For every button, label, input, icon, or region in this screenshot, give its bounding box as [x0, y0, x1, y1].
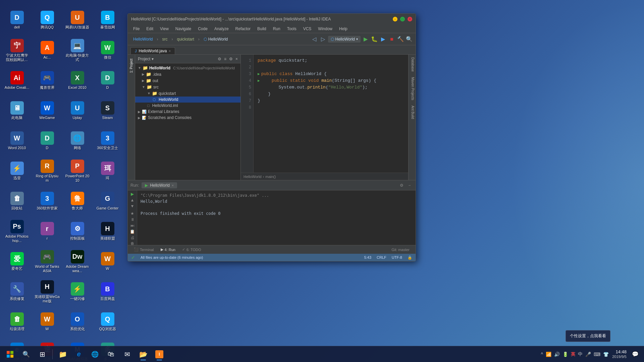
- edge-button[interactable]: e: [71, 348, 86, 361]
- icon-game-center[interactable]: G Game Center: [93, 187, 122, 216]
- line-num-3[interactable]: 3: [249, 71, 251, 77]
- icon-w2[interactable]: W W: [33, 308, 61, 336]
- back-nav-button[interactable]: ◁: [311, 36, 318, 43]
- icon-sys-repair[interactable]: 🔧 系统修复: [3, 278, 31, 306]
- tree-idea[interactable]: ▶ 📁 .idea: [135, 71, 240, 77]
- tree-helloworld-iml[interactable]: □ HelloWorld.iml: [135, 103, 240, 109]
- maximize-button[interactable]: □: [400, 17, 405, 21]
- search-button[interactable]: 🔍: [406, 36, 413, 43]
- icon-d-shortcut[interactable]: D D: [93, 66, 122, 95]
- line-num-4[interactable]: 4: [249, 77, 251, 84]
- icon-sys-optimize[interactable]: O 系统优化: [63, 308, 92, 336]
- menu-help[interactable]: Help: [336, 26, 350, 32]
- file-mgr-button[interactable]: 📂: [136, 348, 151, 361]
- icon-control-panel[interactable]: ⚙ 控制面板: [63, 217, 92, 246]
- panel-sort-icon[interactable]: ≡: [224, 57, 226, 61]
- menu-analyze[interactable]: Analyze: [212, 26, 231, 32]
- icon-tencent-qq[interactable]: Q 腾讯QQ: [33, 6, 61, 35]
- icon-this-pc[interactable]: 💻 此电脑·快捷方式: [63, 36, 92, 65]
- event-log-link[interactable]: Git: master: [388, 247, 413, 252]
- icon-magic-world[interactable]: 🎮 魔兽世界: [33, 66, 61, 95]
- icon-blizzard[interactable]: B 暴雪战网: [93, 6, 122, 35]
- menu-navigate[interactable]: Navigate: [173, 26, 194, 32]
- taskbar-clock[interactable]: 14:48 2019/9/5: [612, 349, 627, 359]
- icon-recycle[interactable]: 🗑 回收站: [3, 187, 31, 216]
- panel-close-icon[interactable]: ×: [235, 57, 238, 61]
- toolbar-breadcrumb-3[interactable]: quickstart: [174, 36, 197, 42]
- icon-ring-of-elysium[interactable]: R Ring of Elysium: [33, 157, 61, 185]
- statusbar-line-col[interactable]: 5:43: [364, 255, 371, 259]
- icon-wechat[interactable]: W 微信: [93, 36, 122, 65]
- line-num-7[interactable]: 7: [249, 98, 251, 104]
- code-content[interactable]: package quickstart; ▶ public class Hello…: [254, 55, 408, 173]
- icon-360-mgr[interactable]: 3 360软件管家: [33, 187, 61, 216]
- icon-baidu-pan[interactable]: B 百度网盘: [93, 278, 122, 306]
- minimize-button[interactable]: −: [393, 17, 397, 21]
- ime-cn-icon[interactable]: 中: [577, 351, 583, 358]
- settings-button[interactable]: ⚙: [398, 182, 405, 189]
- re-run-button[interactable]: ▶: [129, 192, 136, 196]
- mic-tray-icon[interactable]: 🎤: [585, 351, 592, 358]
- start-button[interactable]: [3, 348, 17, 361]
- icon-d2[interactable]: D D: [33, 127, 61, 155]
- dump-button[interactable]: 📋: [129, 229, 136, 234]
- menu-view[interactable]: View: [157, 26, 171, 32]
- favorites-button[interactable]: ★: [129, 211, 136, 216]
- icon-network[interactable]: 🌐 网络: [63, 127, 92, 155]
- statusbar-crlf[interactable]: CRLF: [377, 255, 386, 259]
- clear-button[interactable]: 🗑: [129, 241, 136, 245]
- icon-360-safe[interactable]: 3 360安全卫士: [93, 127, 122, 155]
- icon-adobe-cc[interactable]: Ai Adobe Creati...: [3, 66, 31, 95]
- icon-excel-2010[interactable]: X Excel 2010: [63, 66, 92, 95]
- toolbar-breadcrumb-1[interactable]: HelloWorld: [130, 36, 155, 42]
- icon-lusida[interactable]: 鲁 鲁大师: [63, 187, 92, 216]
- database-tab[interactable]: Database: [409, 55, 416, 74]
- tree-scratches[interactable]: ▶ 📝 Scratches and Consoles: [135, 115, 240, 121]
- step-button[interactable]: ⏭: [129, 223, 136, 228]
- terminal-tab[interactable]: ⬛ Terminal: [130, 247, 157, 252]
- battery-tray-icon[interactable]: 🔋: [562, 351, 569, 358]
- icon-this-pc2[interactable]: 🖥 此电脑: [3, 97, 31, 125]
- menu-file[interactable]: File: [130, 26, 142, 32]
- todo-tab[interactable]: ✓ 6: TODO: [179, 247, 205, 252]
- icon-hero-league[interactable]: H 英雄联盟: [93, 217, 122, 246]
- tree-quickstart[interactable]: ▼ 📁 quickstart: [135, 90, 240, 97]
- line-num-5[interactable]: 5: [249, 84, 251, 91]
- tree-out[interactable]: ▶ 📁 out: [135, 77, 240, 84]
- ant-tab[interactable]: Ant Build: [409, 103, 416, 122]
- menu-run[interactable]: Run: [270, 26, 283, 32]
- toolbar-breadcrumb-2[interactable]: src: [159, 36, 170, 42]
- icon-iqiyi[interactable]: 爱 爱奇艺: [3, 247, 31, 276]
- maven-tab[interactable]: Maven Projects: [409, 74, 416, 103]
- icon-uplay[interactable]: U Uplay: [63, 97, 92, 125]
- icon-ppt-2010[interactable]: P PowerPoint 2010: [63, 157, 92, 185]
- print-button[interactable]: 🖨: [129, 235, 136, 240]
- menu-window[interactable]: Window: [315, 26, 335, 32]
- run-status-tab[interactable]: ▶ 4: Run: [157, 247, 179, 252]
- menu-build[interactable]: Build: [255, 26, 269, 32]
- line-num-1[interactable]: 1: [249, 57, 251, 64]
- editor-tab-helloworld[interactable]: J HelloWorld.java ×: [130, 47, 175, 54]
- pause-button[interactable]: ⏸: [129, 217, 136, 222]
- run-tab-close[interactable]: ×: [172, 183, 174, 187]
- chrome-button[interactable]: 🌐: [88, 348, 102, 361]
- volume-tray-icon[interactable]: 🔊: [553, 351, 560, 358]
- scroll-up-button[interactable]: ▲: [129, 198, 136, 202]
- line-num-6[interactable]: 6: [249, 91, 251, 98]
- tree-src[interactable]: ▼ 📁 src: [135, 84, 240, 90]
- icon-r-shortcut[interactable]: 珥 珥: [93, 157, 122, 185]
- icon-ningda[interactable]: 宁 宁波大红鹰学院校园网认...: [3, 36, 31, 65]
- icon-w-shortcut[interactable]: W W: [93, 247, 122, 276]
- statusbar-encoding[interactable]: UTF-8: [392, 255, 402, 259]
- mail-button[interactable]: ✉: [120, 348, 135, 361]
- icon-xunlei[interactable]: ⚡ 迅雷: [3, 157, 31, 185]
- icon-qq-browser[interactable]: Q QQ浏览器: [93, 308, 122, 336]
- minimize-panel-button[interactable]: −: [406, 182, 413, 189]
- coverage-button[interactable]: ▶: [379, 36, 387, 43]
- line-num-8[interactable]: 8: [249, 104, 251, 111]
- forward-nav-button[interactable]: ▷: [319, 36, 327, 43]
- menu-refactor[interactable]: Refactor: [233, 26, 253, 32]
- line-num-2[interactable]: 2: [249, 64, 251, 71]
- idea-taskbar-button[interactable]: I: [152, 348, 167, 361]
- icon-world-tanks-asia[interactable]: 🎮 World of Tanks ASIA: [33, 247, 61, 276]
